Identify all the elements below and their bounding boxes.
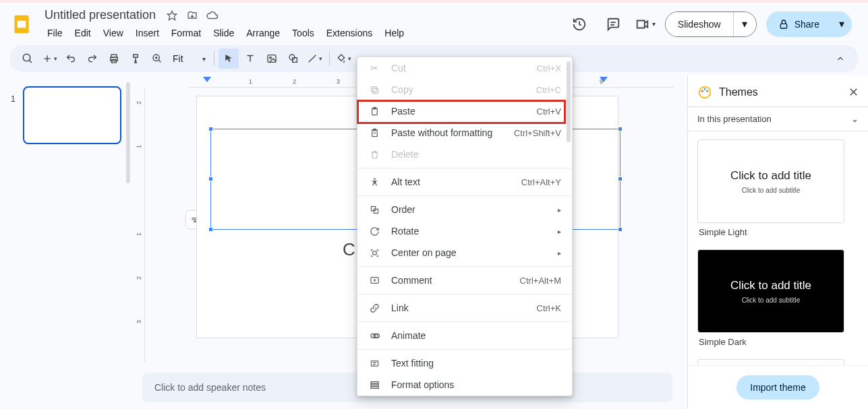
share-dropdown[interactable]: ▾	[832, 11, 852, 37]
subtitle-placeholder[interactable]: C	[343, 239, 355, 260]
resize-handle[interactable]	[618, 227, 623, 232]
menu-file[interactable]: File	[42, 25, 68, 41]
redo-button[interactable]	[82, 49, 103, 69]
svg-rect-56	[370, 387, 378, 389]
slide-thumbnail-1[interactable]	[23, 86, 121, 144]
text-fitting-icon	[368, 357, 380, 369]
svg-line-23	[309, 55, 316, 63]
menu-extensions[interactable]: Extensions	[321, 25, 378, 41]
slides-logo[interactable]	[9, 12, 34, 36]
svg-point-20	[269, 57, 271, 59]
svg-point-32	[704, 88, 706, 90]
ctx-order[interactable]: Order▸	[357, 199, 572, 220]
paint-format-button[interactable]	[125, 49, 146, 69]
ctx-format-options[interactable]: Format options	[357, 374, 572, 396]
textbox-tool[interactable]	[240, 49, 260, 69]
share-button[interactable]: Share	[766, 11, 832, 37]
resize-handle[interactable]	[618, 127, 623, 131]
shape-tool[interactable]	[283, 49, 303, 69]
menu-bar: File Edit View Insert Format Slide Arran…	[42, 25, 559, 41]
accessibility-icon	[368, 176, 380, 188]
resize-handle[interactable]	[208, 127, 213, 131]
copy-icon	[368, 84, 380, 96]
vertical-ruler: 2 1 1 2 3	[133, 88, 145, 362]
search-menus-icon[interactable]	[18, 49, 38, 69]
svg-rect-1	[18, 20, 26, 28]
menu-format[interactable]: Format	[166, 25, 206, 41]
theme-simple-dark[interactable]: Click to add title Click to add subtitle…	[697, 249, 844, 351]
order-icon	[368, 203, 380, 216]
ctx-paste[interactable]: PasteCtrl+V	[357, 100, 572, 122]
theme-partial[interactable]	[697, 359, 844, 365]
svg-rect-55	[370, 384, 378, 386]
theme-simple-light[interactable]: Click to add title Click to add subtitle…	[697, 139, 844, 241]
menu-slide[interactable]: Slide	[208, 25, 239, 41]
svg-rect-54	[370, 381, 378, 383]
ctx-text-fitting[interactable]: Text fitting	[357, 352, 572, 374]
meet-button[interactable]: ▾	[635, 17, 656, 32]
menu-help[interactable]: Help	[379, 25, 409, 41]
svg-rect-19	[268, 55, 276, 63]
star-icon[interactable]	[165, 9, 179, 22]
slideshow-dropdown[interactable]: ▾	[733, 12, 756, 36]
resize-handle[interactable]	[208, 177, 213, 181]
comments-icon[interactable]	[601, 12, 625, 36]
svg-rect-34	[373, 88, 378, 94]
ctx-alt-text[interactable]: Alt textCtrl+Alt+Y	[357, 171, 572, 193]
menu-insert[interactable]: Insert	[130, 25, 165, 41]
ctx-link[interactable]: LinkCtrl+K	[357, 297, 572, 319]
fill-color-button[interactable]	[334, 49, 354, 69]
slideshow-button[interactable]: Slideshow	[666, 12, 733, 36]
svg-rect-35	[371, 86, 376, 92]
ctx-rotate[interactable]: Rotate▸	[357, 220, 572, 242]
rotate-icon	[368, 225, 380, 237]
move-icon[interactable]	[185, 9, 199, 22]
paste-plain-icon	[368, 127, 380, 139]
ctx-delete: Delete	[357, 144, 572, 165]
svg-line-14	[158, 60, 161, 62]
format-options-icon	[368, 379, 380, 391]
svg-marker-2	[167, 11, 176, 20]
resize-handle[interactable]	[618, 177, 623, 181]
svg-point-41	[374, 178, 376, 180]
ctx-center[interactable]: Center on page▸	[357, 242, 572, 263]
ruler-indent-left[interactable]	[203, 77, 211, 82]
cloud-status-icon[interactable]	[206, 9, 219, 22]
context-menu-scrollbar[interactable]	[567, 61, 571, 142]
line-tool[interactable]	[305, 49, 325, 69]
filmstrip: 1	[0, 75, 133, 409]
menu-view[interactable]: View	[98, 25, 129, 41]
ctx-copy: CopyCtrl+C	[357, 79, 572, 100]
palette-icon	[697, 85, 712, 100]
svg-rect-44	[373, 251, 376, 255]
zoom-fit-dropdown[interactable]: Fit▾	[169, 53, 210, 64]
svg-point-6	[23, 54, 30, 61]
menu-tools[interactable]: Tools	[287, 25, 320, 41]
resize-handle[interactable]	[208, 227, 213, 232]
center-icon	[368, 247, 380, 259]
ctx-animate[interactable]: Animate	[357, 325, 572, 346]
themes-section-toggle[interactable]: In this presentation ⌄	[688, 107, 868, 131]
select-tool[interactable]	[219, 49, 239, 69]
version-history-icon[interactable]	[567, 12, 591, 36]
import-theme-button[interactable]: Import theme	[736, 375, 819, 400]
ctx-comment[interactable]: CommentCtrl+Alt+M	[357, 270, 572, 291]
new-slide-button[interactable]	[39, 49, 59, 69]
svg-point-33	[706, 90, 708, 92]
document-title[interactable]: Untitled presentation	[42, 7, 158, 24]
menu-edit[interactable]: Edit	[69, 25, 96, 41]
paste-icon	[368, 105, 380, 117]
close-icon[interactable]: ✕	[848, 85, 859, 100]
menu-arrange[interactable]: Arrange	[241, 25, 285, 41]
image-tool[interactable]	[262, 49, 282, 69]
zoom-button[interactable]	[147, 49, 167, 69]
chevron-down-icon: ⌄	[851, 114, 859, 124]
print-button[interactable]	[104, 49, 124, 69]
filmstrip-scrollbar[interactable]	[126, 82, 130, 183]
comment-icon	[368, 274, 380, 286]
animate-icon	[368, 329, 380, 342]
undo-button[interactable]	[61, 49, 81, 69]
ctx-paste-without-formatting[interactable]: Paste without formattingCtrl+Shift+V	[357, 122, 572, 144]
collapse-toolbar-icon[interactable]	[830, 49, 850, 69]
svg-rect-5	[780, 24, 786, 28]
